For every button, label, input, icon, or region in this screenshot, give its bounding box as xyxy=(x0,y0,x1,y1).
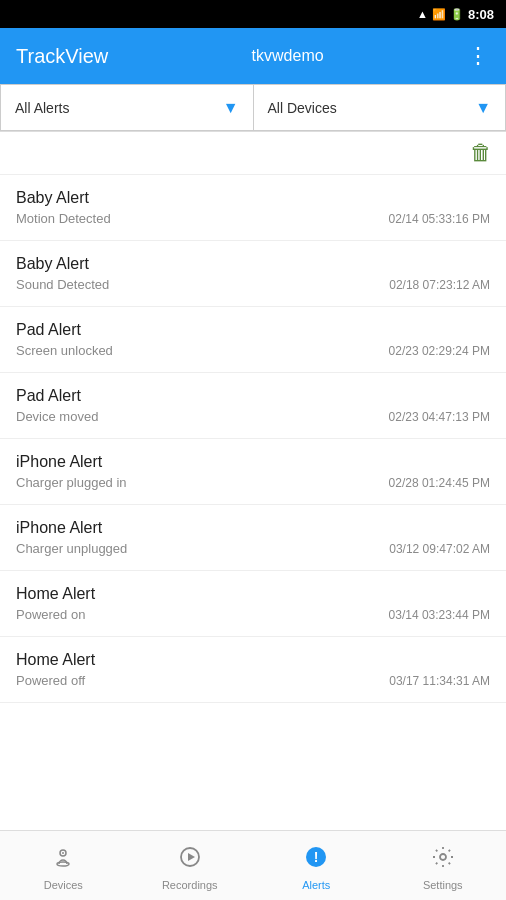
alert-item[interactable]: Pad Alert Device moved 02/23 04:47:13 PM xyxy=(0,373,506,439)
nav-item-settings[interactable]: Settings xyxy=(380,841,507,891)
alert-meta: Charger plugged in 02/28 01:24:45 PM xyxy=(16,475,490,490)
alert-description: Motion Detected xyxy=(16,211,111,226)
alert-meta: Sound Detected 02/18 07:23:12 AM xyxy=(16,277,490,292)
alert-description: Powered off xyxy=(16,673,85,688)
alert-title: Pad Alert xyxy=(16,321,490,339)
alert-time: 02/28 01:24:45 PM xyxy=(389,476,490,490)
app-header: TrackView tkvwdemo ⋮ xyxy=(0,28,506,84)
alert-list: Baby Alert Motion Detected 02/14 05:33:1… xyxy=(0,175,506,829)
filter-bar: All Alerts ▼ All Devices ▼ xyxy=(0,84,506,132)
status-bar: ▲ 📶 🔋 8:08 xyxy=(0,0,506,28)
alert-item[interactable]: iPhone Alert Charger plugged in 02/28 01… xyxy=(0,439,506,505)
alert-meta: Device moved 02/23 04:47:13 PM xyxy=(16,409,490,424)
settings-icon xyxy=(431,845,455,875)
alert-title: iPhone Alert xyxy=(16,453,490,471)
alert-item[interactable]: Baby Alert Sound Detected 02/18 07:23:12… xyxy=(0,241,506,307)
nav-label-devices: Devices xyxy=(44,879,83,891)
battery-icon: 🔋 xyxy=(450,8,464,21)
devices-icon xyxy=(51,845,75,875)
alert-time: 03/14 03:23:44 PM xyxy=(389,608,490,622)
alert-title: Home Alert xyxy=(16,651,490,669)
nav-item-alerts[interactable]: ! Alerts xyxy=(253,841,380,891)
alert-filter-arrow: ▼ xyxy=(223,99,239,117)
nav-item-devices[interactable]: Devices xyxy=(0,841,127,891)
alert-time: 03/12 09:47:02 AM xyxy=(389,542,490,556)
alert-description: Charger plugged in xyxy=(16,475,127,490)
alert-title: Home Alert xyxy=(16,585,490,603)
alert-time: 02/18 07:23:12 AM xyxy=(389,278,490,292)
menu-button[interactable]: ⋮ xyxy=(467,43,490,69)
alert-item[interactable]: Pad Alert Screen unlocked 02/23 02:29:24… xyxy=(0,307,506,373)
svg-point-7 xyxy=(440,854,446,860)
signal-icon: 📶 xyxy=(432,8,446,21)
alert-title: iPhone Alert xyxy=(16,519,490,537)
alert-meta: Motion Detected 02/14 05:33:16 PM xyxy=(16,211,490,226)
device-filter-arrow: ▼ xyxy=(475,99,491,117)
recordings-icon xyxy=(178,845,202,875)
alert-title: Baby Alert xyxy=(16,255,490,273)
nav-label-recordings: Recordings xyxy=(162,879,218,891)
alert-time: 02/23 02:29:24 PM xyxy=(389,344,490,358)
svg-marker-4 xyxy=(188,853,195,861)
alert-filter-dropdown[interactable]: All Alerts ▼ xyxy=(0,84,253,131)
nav-label-alerts: Alerts xyxy=(302,879,330,891)
app-title: TrackView xyxy=(16,45,108,68)
alert-description: Device moved xyxy=(16,409,98,424)
alert-item[interactable]: Baby Alert Motion Detected 02/14 05:33:1… xyxy=(0,175,506,241)
alert-meta: Screen unlocked 02/23 02:29:24 PM xyxy=(16,343,490,358)
alert-description: Charger unplugged xyxy=(16,541,127,556)
wifi-icon: ▲ xyxy=(417,8,428,20)
alert-description: Powered on xyxy=(16,607,85,622)
device-filter-dropdown[interactable]: All Devices ▼ xyxy=(253,84,507,131)
alert-filter-label: All Alerts xyxy=(15,100,69,116)
nav-item-recordings[interactable]: Recordings xyxy=(127,841,254,891)
device-filter-label: All Devices xyxy=(268,100,337,116)
alert-title: Baby Alert xyxy=(16,189,490,207)
alert-meta: Charger unplugged 03/12 09:47:02 AM xyxy=(16,541,490,556)
alert-description: Screen unlocked xyxy=(16,343,113,358)
nav-label-settings: Settings xyxy=(423,879,463,891)
status-time: 8:08 xyxy=(468,7,494,22)
alert-title: Pad Alert xyxy=(16,387,490,405)
alert-time: 03/17 11:34:31 AM xyxy=(389,674,490,688)
alert-time: 02/23 04:47:13 PM xyxy=(389,410,490,424)
alert-item[interactable]: Home Alert Powered off 03/17 11:34:31 AM xyxy=(0,637,506,703)
alert-description: Sound Detected xyxy=(16,277,109,292)
alert-meta: Powered off 03/17 11:34:31 AM xyxy=(16,673,490,688)
alert-time: 02/14 05:33:16 PM xyxy=(389,212,490,226)
alerts-icon: ! xyxy=(304,845,328,875)
svg-point-1 xyxy=(62,852,64,854)
svg-text:!: ! xyxy=(314,849,319,865)
toolbar: 🗑 xyxy=(0,132,506,175)
delete-button[interactable]: 🗑 xyxy=(470,140,492,166)
alert-item[interactable]: iPhone Alert Charger unplugged 03/12 09:… xyxy=(0,505,506,571)
bottom-nav: Devices Recordings ! Alerts Settings xyxy=(0,830,506,900)
app-user: tkvwdemo xyxy=(252,47,324,65)
alert-item[interactable]: Home Alert Powered on 03/14 03:23:44 PM xyxy=(0,571,506,637)
alert-meta: Powered on 03/14 03:23:44 PM xyxy=(16,607,490,622)
status-icons: ▲ 📶 🔋 8:08 xyxy=(417,7,494,22)
